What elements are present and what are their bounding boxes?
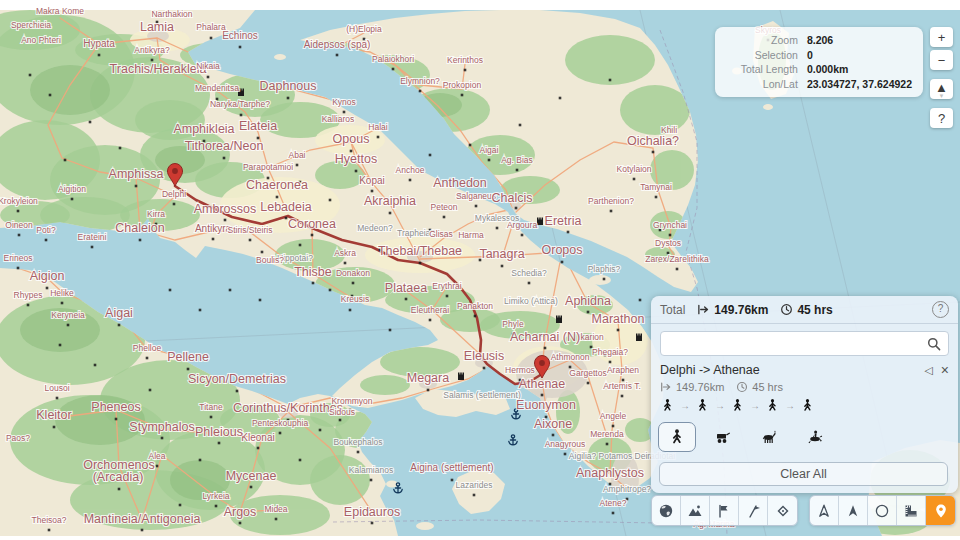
town-marker[interactable] [210, 416, 213, 419]
town-marker[interactable] [118, 324, 121, 327]
town-marker[interactable] [427, 389, 430, 392]
town-marker[interactable] [516, 169, 519, 172]
tool-circle-button[interactable] [868, 496, 897, 525]
mode-walk-button[interactable] [658, 422, 696, 452]
town-marker[interactable] [371, 190, 374, 193]
town-marker[interactable] [115, 418, 118, 421]
town-marker[interactable] [389, 329, 392, 332]
tool-pin-button[interactable] [926, 496, 955, 525]
route-search-input[interactable] [660, 331, 949, 356]
town-marker[interactable] [669, 234, 672, 237]
town-marker[interactable] [275, 518, 278, 521]
town-marker[interactable] [603, 278, 606, 281]
town-marker[interactable] [45, 239, 48, 242]
town-marker[interactable] [392, 68, 395, 71]
town-marker[interactable] [71, 198, 74, 201]
town-marker[interactable] [528, 282, 531, 285]
town-marker[interactable] [633, 178, 636, 181]
town-marker[interactable] [352, 282, 355, 285]
town-marker[interactable] [119, 147, 122, 150]
town-marker[interactable] [329, 289, 332, 292]
town-marker[interactable] [312, 282, 315, 285]
town-marker[interactable] [521, 234, 524, 237]
town-marker[interactable] [276, 196, 279, 199]
town-marker[interactable] [279, 432, 282, 435]
town-marker[interactable] [207, 76, 210, 79]
close-route-icon[interactable]: × [941, 365, 949, 375]
tool-waypoint-button[interactable] [768, 496, 797, 525]
town-marker[interactable] [64, 159, 67, 162]
mode-cart-button[interactable] [704, 422, 742, 452]
town-marker[interactable] [389, 212, 392, 215]
town-marker[interactable] [357, 451, 360, 454]
search-icon[interactable] [926, 336, 942, 352]
town-marker[interactable] [218, 442, 221, 445]
town-marker[interactable] [151, 59, 154, 62]
town-marker[interactable] [146, 357, 149, 360]
town-marker[interactable] [287, 97, 290, 100]
mode-rider-button[interactable] [796, 422, 834, 452]
town-marker[interactable] [483, 367, 486, 370]
town-marker[interactable] [17, 267, 20, 270]
town-marker[interactable] [655, 196, 658, 199]
town-marker[interactable] [446, 295, 449, 298]
town-marker[interactable] [488, 159, 491, 162]
town-marker[interactable] [612, 425, 615, 428]
town-marker[interactable] [61, 302, 64, 305]
town-marker[interactable] [91, 246, 94, 249]
town-marker[interactable] [339, 419, 342, 422]
town-marker[interactable] [223, 157, 226, 160]
town-marker[interactable] [89, 121, 92, 124]
tool-ruler-button[interactable] [897, 496, 926, 525]
town-marker[interactable] [464, 69, 467, 72]
town-marker[interactable] [261, 251, 264, 254]
town-marker[interactable] [515, 207, 518, 210]
town-marker[interactable] [429, 154, 432, 157]
town-marker[interactable] [496, 227, 499, 230]
reset-north-button[interactable]: ▲▼ [930, 79, 953, 99]
town-marker[interactable] [94, 364, 97, 367]
town-marker[interactable] [29, 74, 32, 77]
town-marker[interactable] [469, 144, 472, 147]
town-marker[interactable] [319, 429, 322, 432]
town-marker[interactable] [329, 199, 332, 202]
tool-nav-outline-button[interactable] [810, 496, 839, 525]
town-marker[interactable] [676, 268, 679, 271]
town-marker[interactable] [461, 94, 464, 97]
town-marker[interactable] [519, 124, 522, 127]
town-marker[interactable] [46, 287, 49, 290]
town-marker[interactable] [349, 309, 352, 312]
town-marker[interactable] [475, 205, 478, 208]
town-marker[interactable] [443, 216, 446, 219]
town-marker[interactable] [564, 453, 567, 456]
zoom-in-button[interactable]: + [930, 27, 953, 47]
town-marker[interactable] [610, 210, 613, 213]
town-marker[interactable] [544, 347, 547, 350]
town-marker[interactable] [49, 94, 52, 97]
town-marker[interactable] [212, 238, 215, 241]
help-button[interactable]: ? [930, 108, 953, 128]
town-marker[interactable] [17, 210, 20, 213]
town-marker[interactable] [215, 505, 218, 508]
tool-signpost-button[interactable] [739, 496, 768, 525]
town-marker[interactable] [409, 179, 412, 182]
town-marker[interactable] [139, 239, 142, 242]
town-marker[interactable] [552, 434, 555, 437]
town-marker[interactable] [419, 262, 422, 265]
town-marker[interactable] [135, 185, 138, 188]
town-marker[interactable] [18, 234, 21, 237]
town-marker[interactable] [199, 459, 202, 462]
town-marker[interactable] [419, 90, 422, 93]
town-marker[interactable] [161, 437, 164, 440]
town-marker[interactable] [371, 522, 374, 525]
town-marker[interactable] [59, 344, 62, 347]
town-marker[interactable] [429, 319, 432, 322]
town-marker[interactable] [377, 136, 380, 139]
town-marker[interactable] [156, 465, 159, 468]
town-marker[interactable] [210, 37, 213, 40]
town-marker[interactable] [311, 234, 314, 237]
town-marker[interactable] [606, 443, 609, 446]
town-marker[interactable] [250, 486, 253, 489]
town-marker[interactable] [451, 479, 454, 482]
town-marker[interactable] [561, 261, 564, 264]
